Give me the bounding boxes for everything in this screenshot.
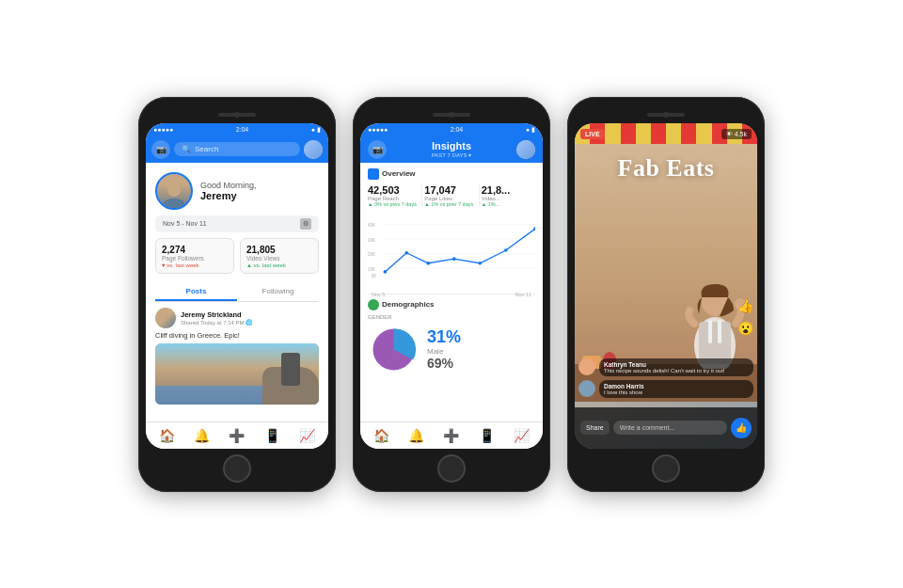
phone-1: ●●●●● 2:04 ● ▮ 📷 🔍 Search — [138, 97, 336, 492]
phone-1-camera — [234, 112, 240, 118]
profile-section: Good Morning, Jeremy — [146, 163, 328, 215]
insights-title-group: Insights PAST 7 DAYS ▾ — [387, 140, 516, 158]
video-value: 21,8... — [482, 184, 531, 196]
bottom-nav: 🏠 🔔 ➕ 📱 📈 — [146, 421, 328, 449]
svg-point-14 — [504, 248, 508, 252]
search-placeholder: Search — [195, 145, 218, 153]
comment-input[interactable]: Write a comment... — [613, 421, 727, 435]
followers-value: 2,274 — [162, 245, 228, 255]
phone-3-screen: LIVE 👁 4.5k Fab Eats 👍 😮 — [575, 123, 757, 449]
post-meta: Shared Today at 7:14 PM 🌐 — [181, 319, 319, 326]
reaction-wow[interactable]: 😮 — [737, 321, 753, 336]
svg-point-12 — [452, 257, 456, 261]
nav-bell-icon[interactable]: 🔔 — [194, 428, 210, 443]
live-badge: LIVE — [580, 129, 605, 139]
phone-3-top-bar — [575, 106, 757, 123]
calendar-icon[interactable]: ⚙ — [300, 218, 311, 230]
phone-3-camera — [663, 112, 669, 118]
reach-change: ▲ 3% vs prev 7 days — [368, 201, 418, 207]
share-button[interactable]: Share — [580, 421, 610, 435]
phone-1-home-button[interactable] — [223, 454, 251, 483]
svg-text:30K: 30K — [368, 237, 375, 242]
insights-nav-bell[interactable]: 🔔 — [408, 428, 424, 443]
date-range-bar: Nov 5 - Nov 11 ⚙ — [155, 215, 319, 232]
gender-label: GENDER — [368, 314, 535, 320]
phone-2-status-bar: ●●●●● 2:04 ● ▮ — [360, 123, 543, 136]
chart-svg: 40K 30K 20K 10K 0K — [368, 213, 535, 288]
post-text: Cliff diving in Greece. Epic! — [155, 331, 319, 340]
phone-3-home-button[interactable] — [652, 454, 680, 483]
video-change: ▲ 1%... — [482, 201, 531, 207]
svg-text:10K: 10K — [368, 267, 375, 272]
signal-icons: ●●●●● — [153, 126, 173, 133]
views-label: Video Views — [246, 255, 312, 262]
stat-followers: 2,274 Page Followers ♥ vs. last week — [155, 238, 234, 274]
metric-video: 21,8... Video... ▲ 1%... — [482, 184, 535, 207]
nav-store-icon[interactable]: 📱 — [264, 428, 280, 443]
post-author-info: Jeremy Strickland Shared Today at 7:14 P… — [181, 310, 319, 326]
views-value: 21,805 — [246, 245, 312, 255]
tab-posts[interactable]: Posts — [155, 283, 237, 301]
stats-row: 2,274 Page Followers ♥ vs. last week 21,… — [155, 238, 319, 274]
insights-header: 📷 Insights PAST 7 DAYS ▾ — [360, 136, 543, 163]
profile-avatar[interactable] — [155, 172, 193, 210]
p2-battery-icon: ▮ — [531, 126, 535, 134]
comment-2-avatar — [578, 380, 595, 397]
svg-text:20K: 20K — [368, 252, 375, 257]
x-label-start: Nov 5 — [372, 292, 385, 297]
status-time: 2:04 — [236, 126, 249, 133]
insights-camera-icon[interactable]: 📷 — [368, 140, 387, 159]
greeting-text: Good Morning, Jeremy — [200, 181, 257, 201]
tab-following[interactable]: Following — [237, 283, 319, 301]
p2-status-right: ● ▮ — [526, 126, 535, 134]
phones-container: ●●●●● 2:04 ● ▮ 📷 🔍 Search — [119, 78, 784, 511]
insights-user-avatar[interactable] — [516, 140, 535, 159]
insights-bottom-nav: 🏠 🔔 ➕ 📱 📈 — [360, 421, 543, 449]
p2-signal: ●●●●● — [368, 126, 388, 133]
x-label-end: Nov 11 — [515, 292, 531, 297]
metric-reach: 42,503 Page Reach ▲ 3% vs prev 7 days — [368, 184, 422, 207]
reach-value: 42,503 — [368, 184, 418, 196]
search-icon: 🔍 — [182, 145, 191, 153]
phone-2-home-button[interactable] — [437, 454, 466, 483]
user-avatar-header[interactable] — [304, 140, 323, 159]
insights-nav-add[interactable]: ➕ — [443, 428, 459, 443]
svg-point-10 — [404, 250, 408, 254]
live-top-bar: LIVE 👁 4.5k — [575, 123, 757, 145]
search-bar[interactable]: 🔍 Search — [174, 142, 300, 156]
female-pct: 69% — [427, 356, 461, 371]
male-pct: 31% — [427, 327, 461, 347]
camera-icon[interactable]: 📷 — [151, 140, 170, 159]
demographics-label: Demographics — [368, 299, 535, 310]
live-reactions: 👍 😮 — [737, 298, 753, 336]
content-tabs: Posts Following — [155, 283, 319, 302]
insights-nav-store[interactable]: 📱 — [479, 428, 495, 443]
demographics-text: Demographics — [382, 300, 435, 309]
post-author-avatar[interactable] — [155, 308, 176, 328]
nav-stats-icon[interactable]: 📈 — [299, 428, 315, 443]
phone-2-screen: ●●●●● 2:04 ● ▮ 📷 Insights PAST 7 DAYS ▾ — [360, 123, 543, 449]
svg-text:40K: 40K — [368, 223, 375, 228]
followers-change: ♥ vs. last week — [162, 262, 228, 268]
insights-nav-home[interactable]: 🏠 — [373, 428, 389, 443]
overview-icon — [368, 168, 379, 180]
phone-2-top-bar — [360, 106, 543, 123]
status-right-icons: ● ▮ — [311, 126, 321, 134]
male-label: Male — [427, 347, 461, 356]
greeting-line1: Good Morning, — [200, 181, 257, 190]
wifi-icon: ● — [311, 126, 315, 133]
post-card: Jeremy Strickland Shared Today at 7:14 P… — [146, 302, 328, 408]
comment-2-bubble: Damon Harris I love this show — [599, 380, 753, 398]
reaction-like[interactable]: 👍 — [737, 298, 753, 313]
nav-add-icon[interactable]: ➕ — [229, 428, 245, 443]
like-button[interactable]: 👍 — [731, 418, 752, 438]
svg-point-13 — [478, 261, 482, 264]
comment-1: Kathryn Teanu This recipe sounds delish!… — [578, 358, 753, 376]
nav-home-icon[interactable]: 🏠 — [159, 428, 175, 443]
male-percentage-display: 31% Male 69% — [427, 327, 461, 371]
post-author-name: Jeremy Strickland — [181, 310, 319, 319]
post-image — [155, 343, 319, 405]
insights-nav-stats[interactable]: 📈 — [514, 428, 530, 443]
live-title-area: Fab Eats — [575, 145, 757, 449]
comment-1-name: Kathryn Teanu — [604, 361, 749, 368]
